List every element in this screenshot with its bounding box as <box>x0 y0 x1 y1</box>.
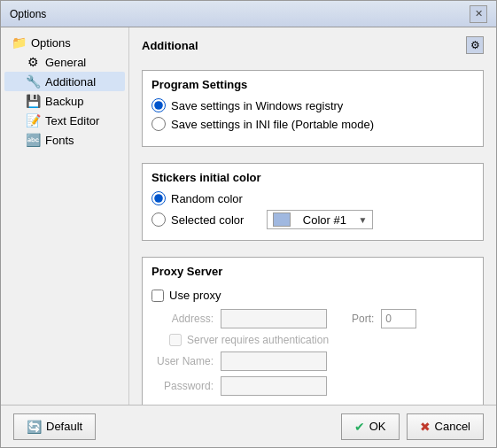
dialog-footer: 🔄 Default ✔ OK ✖ Cancel <box>1 405 496 447</box>
color-dropdown[interactable]: Color #1 ▼ <box>267 210 373 229</box>
folder-icon: 📁 <box>12 35 26 50</box>
dialog-body: 📁 Options ⚙ General 🔧 Additional 💾 Backu… <box>1 27 496 405</box>
registry-label: Save settings in Windows registry <box>171 99 343 112</box>
auth-checkbox[interactable] <box>169 334 182 346</box>
stickers-color-title: Stickers initial color <box>151 171 474 184</box>
address-label: Address: <box>151 313 214 325</box>
ini-label: Save settings in INI file (Portable mode… <box>171 118 374 131</box>
password-label: Password: <box>151 380 214 392</box>
section-title: Additional <box>142 39 198 52</box>
random-color-label: Random color <box>171 192 243 205</box>
username-label: User Name: <box>151 355 214 367</box>
color-swatch <box>273 212 291 227</box>
cancel-button[interactable]: ✖ Cancel <box>407 413 484 440</box>
random-color-row: Random color <box>151 191 474 205</box>
sidebar-item-additional[interactable]: 🔧 Additional <box>4 72 125 91</box>
ini-radio-row: Save settings in INI file (Portable mode… <box>151 117 474 131</box>
sidebar-item-backup-label: Backup <box>45 95 83 108</box>
check-icon: ✔ <box>354 420 365 434</box>
sidebar-item-general-label: General <box>45 56 86 69</box>
options-dialog: Options ✕ 📁 Options ⚙ General 🔧 Addition… <box>0 0 497 448</box>
port-label: Port: <box>352 313 374 325</box>
registry-radio-row: Save settings in Windows registry <box>151 98 474 112</box>
sidebar-item-options-label: Options <box>31 36 71 50</box>
close-button[interactable]: ✕ <box>470 5 487 23</box>
backup-icon: 💾 <box>26 94 40 108</box>
password-input[interactable] <box>221 376 327 396</box>
title-bar: Options ✕ <box>1 1 496 27</box>
selected-color-radio[interactable] <box>151 212 166 227</box>
cancel-label: Cancel <box>435 420 470 433</box>
username-input[interactable] <box>221 351 327 371</box>
auth-row: Server requires authentication <box>151 334 474 346</box>
sidebar: 📁 Options ⚙ General 🔧 Additional 💾 Backu… <box>1 27 129 405</box>
default-button[interactable]: 🔄 Default <box>13 413 96 440</box>
username-row: User Name: <box>151 351 474 371</box>
ini-radio[interactable] <box>151 117 166 131</box>
ok-label: OK <box>369 420 386 433</box>
refresh-icon: 🔄 <box>27 420 42 434</box>
registry-radio[interactable] <box>151 98 166 112</box>
sidebar-item-texteditor-label: Text Editor <box>45 114 99 127</box>
dialog-title: Options <box>10 8 46 20</box>
auth-label: Server requires authentication <box>187 334 329 346</box>
main-content: Additional ⚙ Program Settings Save setti… <box>129 27 496 405</box>
default-label: Default <box>46 420 82 433</box>
x-icon: ✖ <box>420 420 431 434</box>
sidebar-item-options: 📁 Options <box>4 33 125 52</box>
port-input[interactable] <box>381 309 416 328</box>
program-settings-group: Program Settings Save settings in Window… <box>142 70 484 147</box>
sidebar-item-fonts-label: Fonts <box>45 134 74 147</box>
selected-color-row: Selected color Color #1 ▼ <box>151 210 474 229</box>
additional-icon: 🔧 <box>26 74 40 89</box>
sidebar-item-general[interactable]: ⚙ General <box>4 52 125 72</box>
texteditor-icon: 📝 <box>26 113 40 127</box>
color-name: Color #1 <box>303 213 346 227</box>
proxy-title: Proxy Server <box>151 265 474 278</box>
sidebar-item-additional-label: Additional <box>45 75 96 89</box>
section-settings-icon: ⚙ <box>466 36 484 54</box>
random-color-radio[interactable] <box>151 191 166 205</box>
use-proxy-row: Use proxy <box>151 289 474 302</box>
chevron-down-icon: ▼ <box>358 215 367 225</box>
sidebar-item-fonts[interactable]: 🔤 Fonts <box>4 130 125 150</box>
sidebar-item-backup[interactable]: 💾 Backup <box>4 91 125 111</box>
ok-button[interactable]: ✔ OK <box>341 413 400 440</box>
use-proxy-label: Use proxy <box>169 289 221 302</box>
program-settings-title: Program Settings <box>151 78 474 91</box>
password-row: Password: <box>151 376 474 396</box>
footer-right: ✔ OK ✖ Cancel <box>341 413 484 440</box>
selected-color-label: Selected color <box>171 213 244 227</box>
sidebar-item-texteditor[interactable]: 📝 Text Editor <box>4 111 125 130</box>
proxy-inner: Use proxy Address: Port: Server requires… <box>151 285 474 405</box>
stickers-color-group: Stickers initial color Random color Sele… <box>142 163 484 241</box>
proxy-server-group: Proxy Server Use proxy Address: Port: <box>142 257 484 405</box>
address-row: Address: Port: <box>151 309 474 328</box>
section-header: Additional ⚙ <box>142 36 484 54</box>
gear-icon: ⚙ <box>26 55 40 69</box>
address-input[interactable] <box>221 309 327 328</box>
fonts-icon: 🔤 <box>26 133 40 147</box>
use-proxy-checkbox[interactable] <box>151 290 164 302</box>
